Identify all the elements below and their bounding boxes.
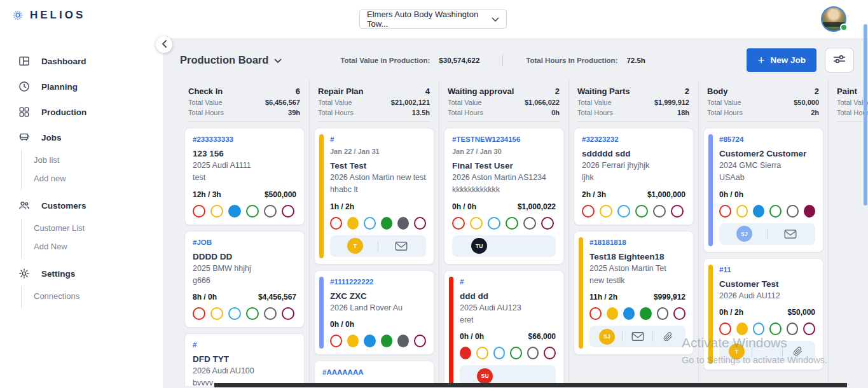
status-circle-gray[interactable]	[653, 205, 666, 218]
new-job-button[interactable]: + New Job	[747, 48, 816, 72]
status-circle-yellow[interactable]	[476, 347, 488, 359]
sidebar-item-dashboard[interactable]: Dashboard	[0, 48, 163, 74]
status-circle-green[interactable]	[381, 335, 392, 347]
job-card[interactable]: #JOBDDDD DD2025 BMW hhjhjg6668h / 0h$4,4…	[184, 231, 305, 328]
status-circle-lightblue[interactable]	[493, 347, 506, 359]
assignee-badge[interactable]: SU	[477, 368, 493, 384]
status-circle-green[interactable]	[381, 217, 392, 230]
status-circle-green[interactable]	[635, 205, 648, 218]
job-number-link[interactable]: #	[193, 341, 296, 349]
job-card[interactable]: #85724Customer2 Customer2024 GMC SierraU…	[703, 128, 823, 253]
job-card[interactable]: #32323232sddddd sdd2026 Ferrari jhyjhjkl…	[574, 128, 694, 225]
status-circle-yellow[interactable]	[736, 205, 748, 218]
status-circle-green[interactable]	[769, 205, 782, 218]
status-circle-maroon[interactable]	[541, 217, 554, 230]
status-circle-gray[interactable]	[787, 322, 799, 335]
status-circle-yellow[interactable]	[470, 217, 483, 230]
job-number-link[interactable]: #32323232	[582, 135, 685, 143]
sidebar-collapse-button[interactable]	[156, 36, 172, 53]
status-circle-blue[interactable]	[364, 335, 375, 347]
sidebar-item-production[interactable]: Production	[0, 99, 163, 125]
envelope-icon-button[interactable]	[378, 241, 424, 251]
paperclip-icon-button[interactable]	[653, 331, 683, 342]
status-circle-red[interactable]	[582, 205, 595, 218]
brand[interactable]: HELIOS	[11, 9, 85, 22]
vertical-scrollbar[interactable]	[864, 24, 867, 205]
location-selector[interactable]: Elmers Auto Body Washington Tow...	[359, 10, 507, 29]
status-circle-green[interactable]	[769, 322, 782, 335]
job-card[interactable]: #Jan 22 / Jan 31Test Test2026 Aston Mart…	[314, 128, 434, 265]
sidebar-item-jobs[interactable]: Jobs	[0, 125, 163, 150]
status-circle-yellow[interactable]	[347, 335, 359, 347]
job-number-link[interactable]: #18181818	[589, 239, 685, 246]
user-avatar[interactable]	[821, 6, 846, 32]
status-circle-green[interactable]	[246, 307, 259, 320]
job-number-link[interactable]: #AAAAAAA	[322, 368, 426, 376]
status-circle-maroon[interactable]	[282, 205, 294, 218]
status-circle-red[interactable]	[719, 322, 731, 335]
status-circle-green[interactable]	[510, 347, 522, 359]
sidebar-item-job-list[interactable]: Job list	[22, 151, 163, 169]
envelope-icon-button[interactable]	[768, 229, 813, 239]
job-card[interactable]: #233333333123 1562025 Audi A1111test12h …	[184, 128, 305, 225]
status-circle-gray[interactable]	[787, 205, 799, 218]
status-circle-red[interactable]	[719, 205, 731, 218]
status-circle-yellow[interactable]	[210, 205, 223, 218]
job-card[interactable]: #TESTNEW1234156Jan 27 / Jan 30Final Test…	[444, 128, 564, 265]
assignee-badge[interactable]: T	[729, 343, 745, 359]
status-circle-maroon[interactable]	[804, 205, 815, 218]
job-number-link[interactable]: #85724	[719, 135, 815, 143]
job-number-link[interactable]: #1111222222	[330, 278, 426, 286]
sidebar-item-customer-list[interactable]: Customer List	[22, 219, 163, 237]
assignee-badge[interactable]: SJ	[736, 226, 752, 242]
status-circle-maroon[interactable]	[414, 335, 426, 347]
sidebar-item-add-new-job[interactable]: Add new	[22, 169, 163, 188]
status-circle-maroon[interactable]	[803, 322, 815, 335]
sidebar-item-add-new-customer[interactable]: Add New	[22, 237, 163, 256]
job-number-link[interactable]: #11	[719, 266, 815, 274]
status-circle-gray[interactable]	[527, 347, 539, 359]
status-circle-maroon[interactable]	[544, 347, 556, 359]
status-circle-red[interactable]	[193, 307, 205, 320]
status-circle-lightblue[interactable]	[753, 322, 765, 335]
job-number-link[interactable]: #TESTNEW1234156	[452, 135, 556, 143]
job-number-link[interactable]: #233333333	[193, 135, 296, 143]
job-card[interactable]: #11Customer Test2026 Audi AU1120h / 2h$5…	[703, 258, 823, 370]
board-title-dropdown[interactable]: Production Board	[180, 54, 282, 66]
status-circle-blue[interactable]	[623, 307, 635, 320]
status-circle-red[interactable]	[460, 347, 471, 359]
sidebar-item-customers[interactable]: Customers	[0, 193, 163, 218]
sidebar-item-settings[interactable]: Settings	[0, 261, 163, 286]
job-card[interactable]: #AAAAAAAAAAAA BBBBB2026 Aston Martin a	[314, 361, 434, 386]
status-circle-lightblue[interactable]	[228, 307, 241, 320]
horizontal-scrollbar[interactable]	[214, 383, 847, 387]
status-circle-red[interactable]	[193, 205, 205, 218]
status-circle-red[interactable]	[452, 217, 465, 230]
assignee-badge[interactable]: SJ	[599, 329, 615, 345]
assignee-badge[interactable]: T	[347, 238, 363, 254]
status-circle-gray[interactable]	[264, 307, 277, 320]
status-circle-gray[interactable]	[264, 205, 277, 218]
status-circle-yellow[interactable]	[736, 322, 748, 335]
job-card[interactable]: #DFD TYT2026 Audi AU100bvvvv0h / 0h	[184, 333, 305, 386]
status-circle-maroon[interactable]	[673, 307, 685, 320]
job-number-link[interactable]: #JOB	[193, 239, 296, 246]
filter-button[interactable]	[825, 48, 854, 73]
status-circle-gray[interactable]	[397, 217, 409, 230]
status-circle-green[interactable]	[640, 307, 651, 320]
status-circle-maroon[interactable]	[282, 307, 294, 320]
status-circle-maroon[interactable]	[414, 217, 426, 230]
status-circle-blue[interactable]	[753, 205, 764, 218]
status-circle-lightblue[interactable]	[364, 217, 376, 230]
status-circle-green[interactable]	[506, 217, 518, 230]
sidebar-item-connections[interactable]: Connections	[22, 287, 163, 305]
status-circle-gray[interactable]	[523, 217, 536, 230]
envelope-icon-button[interactable]	[623, 331, 652, 342]
status-circle-lightblue[interactable]	[617, 205, 630, 218]
job-card[interactable]: #ddd dd2025 Audi AU123eret0h / 0h$66,000…	[444, 270, 564, 387]
status-circle-green[interactable]	[246, 205, 259, 218]
assignee-badge[interactable]: TU	[471, 238, 487, 254]
status-circle-yellow[interactable]	[347, 217, 359, 230]
paperclip-icon-button[interactable]	[783, 346, 813, 357]
status-circle-blue[interactable]	[228, 205, 241, 218]
